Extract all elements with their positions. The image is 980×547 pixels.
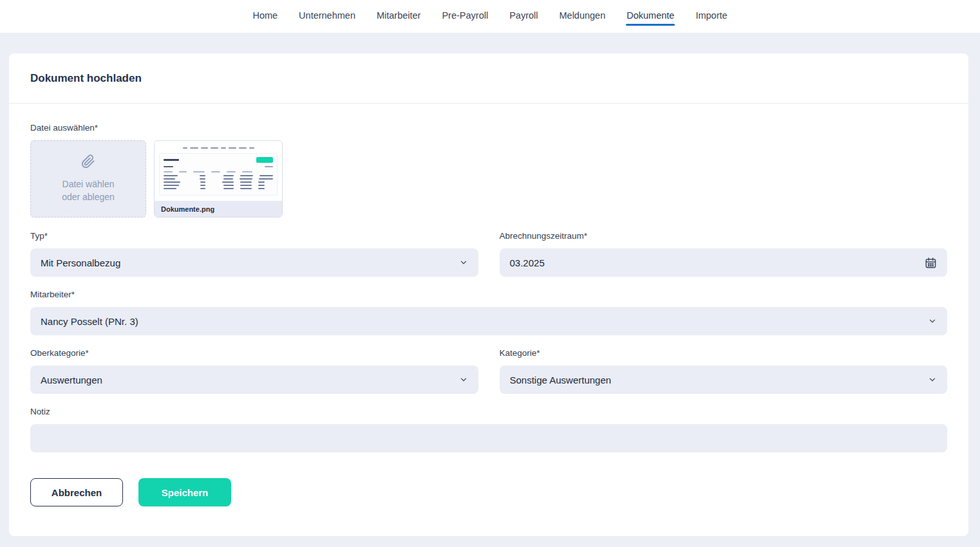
dropzone-text: Datei wählen oder ablegen — [62, 178, 115, 203]
file-dropzone[interactable]: Datei wählen oder ablegen — [30, 140, 146, 218]
typ-value: Mit Personalbezug — [41, 257, 454, 268]
save-button[interactable]: Speichern — [138, 478, 231, 506]
zeitraum-input[interactable]: 03.2025 — [500, 248, 948, 277]
mitarbeiter-label: Mitarbeiter* — [30, 290, 947, 299]
nav-item-unternehmen[interactable]: Unternehmen — [298, 6, 356, 27]
file-name: Dokumente.png — [161, 205, 214, 213]
kategorie-label: Kategorie* — [500, 348, 948, 358]
nav-item-dokumente[interactable]: Dokumente — [626, 6, 675, 27]
oberkategorie-label: Oberkategorie* — [30, 348, 478, 358]
file-select-label: Datei auswählen* — [30, 123, 947, 133]
file-preview-image — [155, 141, 282, 201]
chevron-down-icon — [459, 258, 468, 267]
cancel-button[interactable]: Abbrechen — [30, 478, 123, 506]
mitarbeiter-value: Nancy Posselt (PNr. 3) — [41, 316, 923, 327]
oberkategorie-value: Auswertungen — [41, 375, 454, 385]
page-title: Dokument hochladen — [30, 72, 142, 85]
kategorie-select[interactable]: Sonstige Auswertungen — [500, 366, 948, 394]
zeitraum-label: Abrechnungszeitraum* — [500, 231, 948, 241]
nav-item-mitarbeiter[interactable]: Mitarbeiter — [376, 6, 422, 27]
notiz-field — [30, 424, 947, 452]
chevron-down-icon — [928, 317, 937, 326]
notiz-group: Notiz — [30, 407, 947, 452]
calendar-icon[interactable] — [925, 257, 937, 269]
mitarbeiter-group: Mitarbeiter* Nancy Posselt (PNr. 3) — [30, 290, 947, 335]
oberkategorie-group: Oberkategorie* Auswertungen — [30, 348, 478, 394]
upload-row: Datei wählen oder ablegen — [30, 140, 947, 218]
thumbnail-footer: Dokumente.png — [155, 201, 282, 217]
typ-group: Typ* Mit Personalbezug — [30, 231, 478, 277]
chevron-down-icon — [928, 375, 937, 384]
nav-item-home[interactable]: Home — [252, 6, 278, 27]
kategorie-group: Kategorie* Sonstige Auswertungen — [500, 348, 948, 394]
typ-select[interactable]: Mit Personalbezug — [30, 248, 478, 277]
paperclip-icon — [81, 154, 95, 171]
nav-item-payroll[interactable]: Payroll — [509, 6, 538, 27]
upload-document-card: Dokument hochladen Datei auswählen* Date… — [9, 53, 968, 536]
mitarbeiter-select[interactable]: Nancy Posselt (PNr. 3) — [30, 307, 947, 335]
nav-item-meldungen[interactable]: Meldungen — [559, 6, 607, 27]
typ-label: Typ* — [30, 231, 478, 241]
chevron-down-icon — [459, 375, 468, 384]
nav-item-importe[interactable]: Importe — [695, 6, 728, 27]
notiz-label: Notiz — [30, 407, 947, 416]
notiz-input[interactable] — [41, 424, 937, 452]
zeitraum-group: Abrechnungszeitraum* 03.2025 — [500, 231, 948, 277]
kategorie-value: Sonstige Auswertungen — [510, 375, 923, 385]
uploaded-file-thumbnail[interactable]: Dokumente.png — [154, 140, 283, 218]
nav-item-pre-payroll[interactable]: Pre-Payroll — [441, 6, 489, 27]
oberkategorie-select[interactable]: Auswertungen — [30, 366, 478, 394]
top-navigation: Home Unternehmen Mitarbeiter Pre-Payroll… — [0, 0, 980, 33]
card-header: Dokument hochladen — [9, 53, 968, 104]
action-buttons: Abbrechen Speichern — [30, 478, 947, 506]
zeitraum-value: 03.2025 — [510, 257, 920, 268]
upload-form: Datei auswählen* Datei wählen oder ableg… — [9, 104, 968, 530]
